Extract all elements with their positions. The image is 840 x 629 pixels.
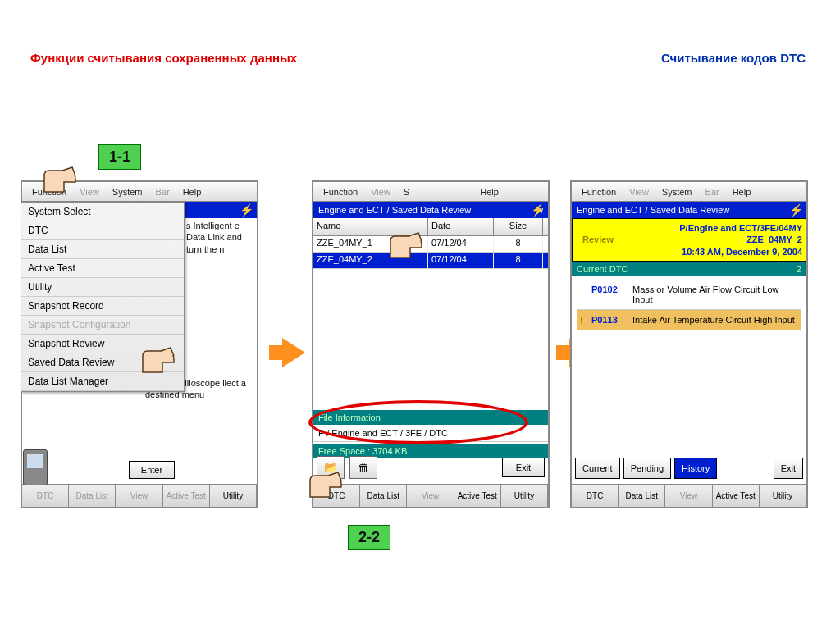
- filter-buttons: Current Pending History Exit: [575, 458, 803, 479]
- bluebar-2: Engine and ECT / Saved Data Revieww⚡: [313, 202, 548, 218]
- dtc-row[interactable]: P0102 Mass or Volume Air Flow Circuit Lo…: [577, 280, 801, 310]
- panel-2: Function View S Help Engine and ECT / Sa…: [312, 180, 550, 508]
- menu-item-utility[interactable]: Utility: [21, 278, 184, 297]
- menu-system[interactable]: System: [655, 187, 699, 197]
- col-date[interactable]: Date: [428, 218, 494, 235]
- menu-view: View: [623, 187, 655, 197]
- menubar-3[interactable]: Function View System Bar Help: [572, 182, 806, 202]
- review-label: Review: [576, 235, 620, 244]
- menubar-2[interactable]: Function View S Help: [313, 182, 548, 202]
- col-size[interactable]: Size: [494, 218, 543, 235]
- menu-item-data-list[interactable]: Data List: [21, 240, 184, 259]
- tab-utility[interactable]: Utility: [760, 485, 806, 507]
- menu-system[interactable]: System: [106, 187, 149, 197]
- bottombar-1[interactable]: DTC Data List View Active Test Utility: [22, 484, 257, 507]
- bolt-icon: ⚡: [789, 203, 803, 217]
- menu-function[interactable]: Function: [575, 187, 623, 197]
- menu-item-system-select[interactable]: System Select: [21, 203, 184, 221]
- exit-button-3[interactable]: Exit: [774, 458, 803, 479]
- tab-utility[interactable]: Utility: [501, 485, 548, 507]
- history-button[interactable]: History: [674, 458, 717, 479]
- menu-item-snapshot-config: Snapshot Configuration: [21, 316, 184, 335]
- tab-active-test[interactable]: Active Test: [454, 485, 501, 507]
- hand-pointer-icon: [138, 344, 177, 377]
- device-icon: [23, 449, 48, 485]
- tab-dtc[interactable]: DTC: [572, 485, 619, 507]
- step-2-2-label: 2-2: [348, 525, 390, 550]
- menu-bar: Bar: [699, 187, 726, 197]
- panel-3: Function View System Bar Help Engine and…: [570, 180, 808, 508]
- trash-button[interactable]: 🗑: [349, 456, 377, 479]
- tab-active-test: Active Test: [163, 485, 210, 507]
- exit-button-2[interactable]: Exit: [502, 458, 545, 477]
- review-info-box: Review P/Engine and ECT/3FE/04MY ZZE_04M…: [572, 218, 806, 262]
- tab-data-list: Data List: [69, 485, 116, 507]
- menu-item-snapshot-record[interactable]: Snapshot Record: [21, 297, 184, 316]
- highlight-oval: [308, 400, 528, 444]
- bluebar-3: Engine and ECT / Saved Data Review⚡: [572, 202, 806, 218]
- tab-view: View: [407, 485, 454, 507]
- menu-bar: Bar: [149, 187, 176, 197]
- hand-pointer-icon: [386, 230, 425, 262]
- current-button[interactable]: Current: [575, 458, 620, 479]
- menu-help[interactable]: Help: [473, 187, 505, 197]
- current-dtc-header: Current DTC 2: [572, 262, 806, 276]
- tab-active-test[interactable]: Active Test: [713, 485, 760, 507]
- menu-item-active-test[interactable]: Active Test: [21, 259, 184, 278]
- tab-data-list[interactable]: Data List: [360, 485, 407, 507]
- table-row[interactable]: ZZE_04MY_1 07/12/04 8: [313, 236, 548, 253]
- page-title-left: Функции считывания сохраненных данных: [30, 51, 297, 65]
- menu-function[interactable]: Function: [317, 187, 364, 197]
- menu-help[interactable]: Help: [726, 187, 758, 197]
- menu-item-dtc[interactable]: DTC: [21, 221, 184, 240]
- pending-button[interactable]: Pending: [623, 458, 671, 479]
- file-table-header: Name Date Size: [313, 218, 548, 236]
- tab-data-list[interactable]: Data List: [619, 485, 665, 507]
- menu-help[interactable]: Help: [176, 187, 208, 197]
- tab-dtc: DTC: [22, 485, 69, 507]
- enter-button[interactable]: Enter: [129, 461, 175, 479]
- tab-view: View: [665, 485, 712, 507]
- panel1-text-right: s Intelligent e Data Link and turn the n: [186, 220, 255, 255]
- arrow-1-to-2: [282, 338, 305, 367]
- step-1-1-label: 1-1: [98, 144, 141, 170]
- bottombar-3[interactable]: DTC Data List View Active Test Utility: [572, 484, 806, 507]
- dtc-row-warning[interactable]: ! P0113 Intake Air Temperature Circuit H…: [577, 310, 801, 330]
- menu-system[interactable]: S: [397, 187, 416, 197]
- tab-view: View: [116, 485, 162, 507]
- page-title-right: Считывание кодов DTC: [661, 51, 806, 65]
- hand-pointer-icon: [305, 469, 345, 502]
- table-row-selected[interactable]: ZZE_04MY_2 07/12/04 8: [313, 253, 548, 269]
- bolt-icon: ⚡: [240, 203, 253, 217]
- review-text: P/Engine and ECT/3FE/04MY ZZE_04MY_2 10:…: [620, 222, 802, 258]
- tab-utility[interactable]: Utility: [210, 485, 257, 507]
- menu-view: View: [364, 187, 397, 197]
- bottombar-2[interactable]: DTC Data List View Active Test Utility: [313, 484, 548, 507]
- bolt-icon: ⚡: [531, 203, 545, 217]
- hand-pointer-icon: [39, 164, 79, 197]
